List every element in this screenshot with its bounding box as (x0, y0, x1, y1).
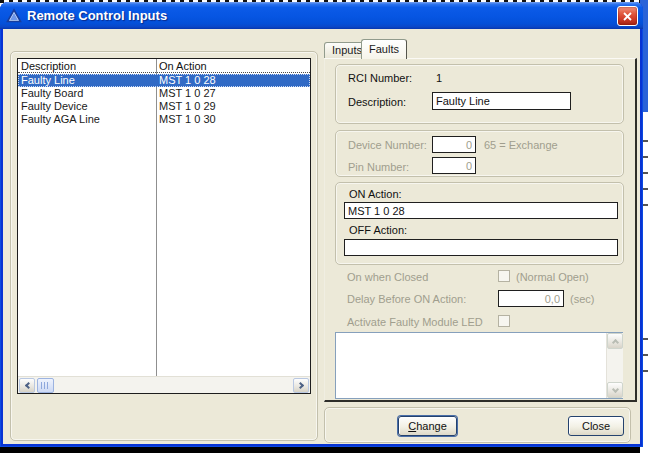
normal-open-label: (Normal Open) (516, 271, 589, 283)
buttons-groupbox: Change Close (324, 407, 631, 443)
cell-description: Faulty Board (18, 87, 156, 100)
list-row[interactable]: Faulty Line MST 1 0 28 (18, 74, 310, 87)
device-number-label: Device Number: (348, 139, 427, 151)
chevron-up-icon[interactable] (607, 333, 623, 349)
cell-description: Faulty Line (18, 74, 156, 87)
on-when-closed-label: On when Closed (347, 271, 428, 283)
vertical-scrollbar[interactable] (606, 333, 623, 398)
device-number-input (432, 136, 476, 153)
close-button[interactable]: Close (568, 416, 624, 436)
off-action-label: OFF Action: (349, 224, 407, 236)
tab-faults[interactable]: Faults (361, 39, 407, 59)
chevron-left-icon[interactable] (19, 378, 35, 393)
activate-led-label: Activate Faulty Module LED (347, 316, 483, 328)
cell-on-action: MST 1 0 28 (156, 74, 216, 87)
on-action-label: ON Action: (349, 188, 402, 200)
dialog-window: Remote Control Inputs Description On Act… (0, 2, 643, 447)
list-row[interactable]: Faulty AGA Line MST 1 0 30 (18, 113, 310, 126)
list-row[interactable]: Faulty Device MST 1 0 29 (18, 100, 310, 113)
change-button[interactable]: Change (398, 416, 457, 436)
device-number-hint: 65 = Exchange (484, 139, 558, 151)
on-action-input[interactable] (344, 202, 618, 219)
delay-label: Delay Before ON Action: (347, 293, 466, 305)
pin-number-input (432, 157, 476, 174)
listview-rows: Faulty Line MST 1 0 28 Faulty Board MST … (18, 74, 310, 126)
cell-on-action: MST 1 0 30 (156, 113, 216, 126)
screen: Remote Control Inputs Description On Act… (0, 0, 648, 453)
triangle-logo-icon (6, 8, 22, 24)
delay-unit-label: (sec) (570, 293, 594, 305)
notes-textarea[interactable] (335, 332, 623, 399)
dialog-client-area: Description On Action Faulty Line MST 1 … (3, 29, 640, 444)
listview-header: Description On Action (18, 59, 310, 73)
rci-groupbox: RCI Number: 1 Description: (335, 64, 624, 124)
rci-listview: Description On Action Faulty Line MST 1 … (17, 58, 311, 394)
pin-number-label: Pin Number: (348, 161, 409, 173)
title-bar[interactable]: Remote Control Inputs (0, 2, 643, 29)
cell-on-action: MST 1 0 27 (156, 87, 216, 100)
rci-number-value: 1 (436, 72, 442, 84)
scrollbar-thumb[interactable] (37, 378, 54, 393)
activate-led-checkbox (498, 315, 510, 327)
faults-tab-page: RCI Number: 1 Description: Device Number… (324, 58, 637, 402)
horizontal-scrollbar[interactable] (18, 376, 310, 393)
chevron-down-icon[interactable] (607, 382, 623, 398)
list-row[interactable]: Faulty Board MST 1 0 27 (18, 87, 310, 100)
description-label: Description: (348, 96, 406, 108)
cell-description: Faulty AGA Line (18, 113, 156, 126)
description-input[interactable] (432, 92, 571, 110)
close-icon[interactable] (617, 6, 638, 26)
column-header-description[interactable]: Description (18, 59, 156, 72)
rci-number-label: RCI Number: (348, 72, 412, 84)
chevron-right-icon[interactable] (293, 378, 309, 393)
off-action-input[interactable] (344, 239, 618, 256)
on-when-closed-checkbox (498, 270, 510, 282)
cell-description: Faulty Device (18, 100, 156, 113)
cell-on-action: MST 1 0 29 (156, 100, 216, 113)
device-groupbox: Device Number: 65 = Exchange Pin Number: (335, 130, 624, 177)
window-title: Remote Control Inputs (27, 8, 167, 23)
background-bottom-strip (0, 447, 648, 453)
actions-groupbox: ON Action: OFF Action: (335, 182, 624, 265)
delay-input (498, 290, 564, 307)
column-header-on-action[interactable]: On Action (156, 59, 207, 72)
